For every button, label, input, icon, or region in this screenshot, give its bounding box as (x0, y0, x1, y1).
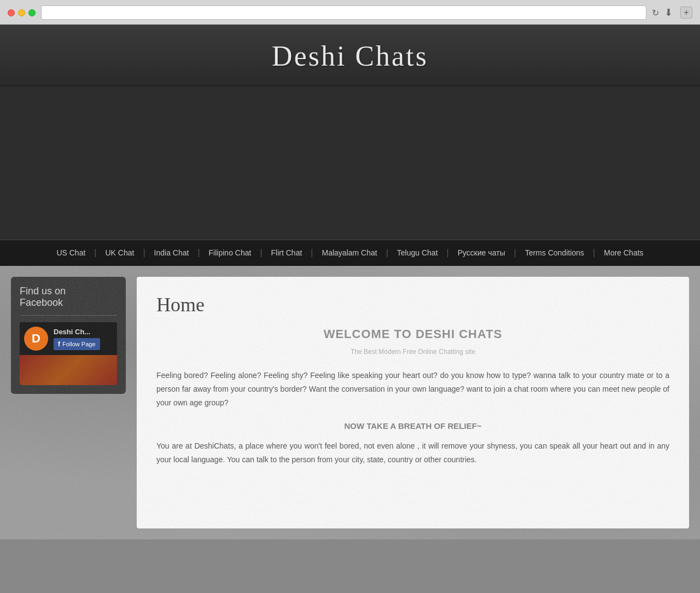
site-wrapper: Deshi Chats US Chat | UK Chat | India Ch… (0, 25, 700, 539)
download-icon[interactable]: ⬇ (664, 7, 673, 19)
url-bar[interactable] (41, 5, 646, 20)
welcome-subtitle: The Best Modern Free Online Chatting sit… (156, 348, 669, 356)
traffic-lights (8, 9, 36, 16)
fb-page-name: Deshi Ch... (54, 328, 113, 336)
nav-link-filipino-chat[interactable]: Filipino Chat (200, 248, 260, 257)
site-title: Deshi Chats (0, 40, 700, 72)
breath-heading: NOW TAKE A BREATH OF RELIEF~ (156, 421, 669, 431)
welcome-heading: WELCOME TO DESHI CHATS (156, 327, 669, 341)
nav-item-malayalam-chat: Malayalam Chat (313, 248, 386, 258)
facebook-widget: Find us onFacebook D Deshi Ch... f Follo… (11, 277, 126, 394)
article-title: Home (156, 293, 669, 316)
facebook-divider (20, 315, 117, 316)
fb-bg-image (20, 355, 117, 385)
facebook-widget-title: Find us onFacebook (20, 286, 117, 309)
article-body-para1: Feeling bored? Feeling alone? Feeling sh… (156, 369, 669, 410)
nav-link-india-chat[interactable]: India Chat (145, 248, 198, 257)
nav-link-malayalam-chat[interactable]: Malayalam Chat (313, 248, 386, 257)
maximize-button[interactable] (28, 9, 36, 16)
browser-chrome: ↻ ⬇ + (0, 0, 700, 25)
nav-link-russian-chat[interactable]: Русские чаты (449, 248, 514, 257)
nav-item-india-chat: India Chat (145, 248, 198, 258)
fb-follow-button[interactable]: f Follow Page (54, 338, 100, 350)
nav-link-flirt-chat[interactable]: Flirt Chat (262, 248, 311, 257)
fb-follow-label: Follow Page (62, 341, 96, 347)
main-content-area: Find us onFacebook D Deshi Ch... f Follo… (0, 266, 700, 539)
close-button[interactable] (8, 9, 15, 16)
nav-item-us-chat: US Chat (48, 248, 94, 258)
nav-link-more-chats[interactable]: More Chats (595, 248, 652, 257)
nav-list: US Chat | UK Chat | India Chat | Filipin… (48, 248, 652, 258)
minimize-button[interactable] (18, 9, 25, 16)
fb-page-inner: D Deshi Ch... f Follow Page (20, 322, 117, 355)
sidebar: Find us onFacebook D Deshi Ch... f Follo… (11, 277, 126, 394)
new-tab-button[interactable]: + (680, 7, 692, 19)
nav-link-telugu-chat[interactable]: Telugu Chat (388, 248, 447, 257)
nav-item-russian-chat: Русские чаты (449, 248, 514, 258)
nav-link-uk-chat[interactable]: UK Chat (97, 248, 143, 257)
nav-link-terms[interactable]: Terms Conditions (516, 248, 593, 257)
nav-item-terms: Terms Conditions (516, 248, 593, 258)
nav-link-us-chat[interactable]: US Chat (48, 248, 94, 257)
site-nav: US Chat | UK Chat | India Chat | Filipin… (0, 240, 700, 266)
nav-item-uk-chat: UK Chat (97, 248, 143, 258)
fb-icon: f (58, 340, 60, 348)
reload-icon[interactable]: ↻ (652, 8, 659, 18)
main-article: Home WELCOME TO DESHI CHATS The Best Mod… (137, 277, 689, 528)
nav-item-more-chats: More Chats (595, 248, 652, 258)
ad-banner (0, 86, 700, 240)
fb-page-logo: D (24, 327, 48, 351)
nav-item-telugu-chat: Telugu Chat (388, 248, 447, 258)
site-header: Deshi Chats (0, 25, 700, 86)
fb-page-preview[interactable]: D Deshi Ch... f Follow Page (20, 322, 117, 385)
nav-item-flirt-chat: Flirt Chat (262, 248, 311, 258)
article-body-para2: You are at DeshiChats, a place where you… (156, 439, 669, 467)
fb-page-info: Deshi Ch... f Follow Page (54, 328, 113, 350)
nav-item-filipino-chat: Filipino Chat (200, 248, 260, 258)
